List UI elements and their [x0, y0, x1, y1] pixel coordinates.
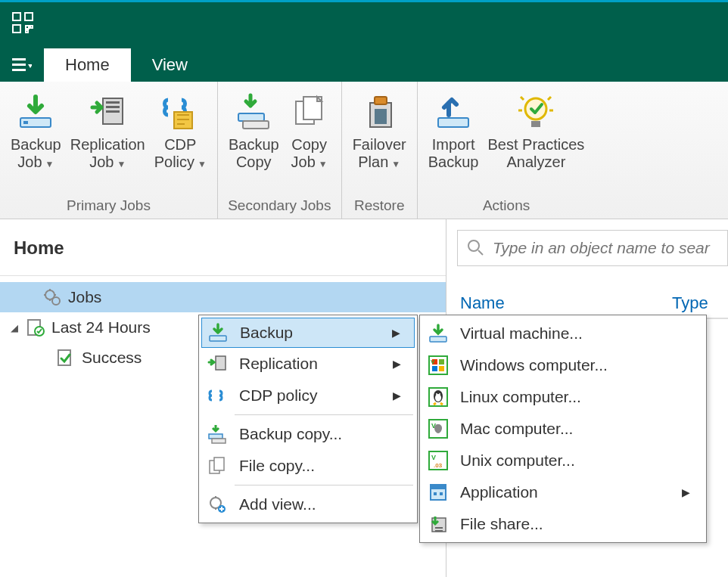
title-bar [0, 0, 728, 42]
menu-item-add-view[interactable]: Add view... [201, 489, 415, 520]
menu-item-cdp-policy[interactable]: CDP policy ▶ [201, 380, 415, 411]
main-menu-toggle[interactable] [8, 48, 36, 82]
tab-strip: Home View [0, 42, 728, 82]
svg-rect-68 [440, 492, 443, 495]
menu-item-virtual-machine[interactable]: Virtual machine... [422, 318, 704, 349]
tree-item-jobs-label: Jobs [68, 288, 101, 306]
menu-item-replication-label: Replication [239, 355, 318, 373]
svg-rect-41 [212, 439, 226, 443]
failover-plan-icon [358, 91, 400, 133]
svg-line-37 [478, 250, 483, 255]
best-practices-label-2: Analyzer [507, 154, 566, 170]
copy-job-icon [288, 91, 331, 133]
failover-plan-button[interactable]: FailoverPlan▼ [348, 88, 411, 196]
menu-item-file-copy-label: File copy... [239, 457, 315, 475]
menu-item-unix-computer[interactable]: V.03 Unix computer... [422, 445, 704, 476]
svg-rect-8 [12, 69, 26, 71]
cdp-policy-label-2: Policy [154, 154, 194, 170]
copy-job-button[interactable]: CopyJob▼ [284, 88, 335, 196]
backup-copy-icon [204, 421, 230, 447]
menu-item-file-share-label: File share... [460, 515, 543, 533]
backup-job-label-2: Job [17, 154, 42, 170]
context-submenu-backup: Virtual machine... V Windows computer...… [419, 315, 707, 543]
menu-item-mac-computer[interactable]: V Mac computer... [422, 413, 704, 445]
import-backup-button[interactable]: ImportBackup [424, 88, 484, 196]
cdp-policy-label-1: CDP [164, 136, 196, 153]
search-box[interactable] [457, 230, 728, 266]
ribbon-group-primary: BackupJob▼ ReplicationJob▼ CDPPolicy▼ Pr… [0, 82, 218, 219]
import-backup-label-1: Import [432, 136, 475, 153]
svg-point-25 [525, 98, 546, 119]
backup-copy-label-1: Backup [229, 136, 279, 153]
submenu-arrow-icon: ▶ [392, 327, 400, 339]
mac-icon: V [425, 416, 451, 442]
replication-job-label-2: Job [89, 154, 114, 170]
menu-item-virtual-machine-label: Virtual machine... [460, 324, 583, 343]
svg-rect-66 [431, 485, 446, 489]
cdp-policy-button[interactable]: CDPPolicy▼ [150, 88, 211, 196]
import-backup-icon [432, 91, 474, 133]
best-practices-icon [515, 91, 557, 133]
vm-icon [425, 321, 451, 346]
svg-rect-3 [26, 26, 29, 29]
svg-rect-14 [106, 106, 120, 108]
svg-rect-53 [439, 366, 444, 371]
best-practices-label-1: Best Practices [488, 136, 585, 153]
replication-job-button[interactable]: ReplicationJob▼ [66, 88, 150, 196]
backup-job-button[interactable]: BackupJob▼ [6, 88, 66, 196]
file-copy-icon [204, 453, 230, 479]
tab-home[interactable]: Home [44, 48, 131, 82]
search-icon [465, 237, 487, 259]
cdp-policy-icon [159, 91, 201, 133]
menu-item-backup-copy[interactable]: Backup copy... [201, 418, 415, 450]
backup-copy-button[interactable]: BackupCopy [224, 88, 284, 196]
menu-item-cdp-policy-label: CDP policy [239, 386, 317, 405]
tab-view[interactable]: View [131, 48, 209, 82]
windows-icon: V [425, 352, 451, 378]
menu-separator [235, 485, 413, 485]
svg-rect-24 [438, 118, 468, 127]
submenu-arrow-icon: ▶ [682, 486, 690, 498]
svg-rect-1 [25, 13, 33, 20]
svg-rect-52 [432, 366, 437, 371]
svg-text:V: V [431, 454, 436, 461]
expander-icon[interactable]: ◢ [11, 322, 24, 333]
context-menu-jobs: Backup ▶ Replication ▶ CDP policy ▶ Back… [198, 315, 418, 523]
menu-item-file-share[interactable]: File share... [422, 508, 704, 540]
menu-item-mac-computer-label: Mac computer... [460, 420, 573, 438]
sidebar-header: Home [0, 219, 446, 276]
menu-item-backup-copy-label: Backup copy... [239, 425, 342, 443]
svg-rect-17 [238, 113, 264, 121]
replication-job-label-1: Replication [70, 136, 145, 153]
menu-item-add-view-label: Add view... [239, 495, 316, 513]
app-logo-icon [11, 11, 35, 35]
menu-item-backup[interactable]: Backup ▶ [201, 318, 415, 348]
search-input[interactable] [493, 239, 720, 257]
menu-item-replication[interactable]: Replication ▶ [201, 348, 415, 380]
copy-job-label-1: Copy [291, 136, 327, 153]
backup-job-icon [14, 91, 57, 133]
ribbon-group-actions: ImportBackup Best PracticesAnalyzer Acti… [418, 82, 596, 219]
svg-rect-6 [12, 58, 26, 60]
add-view-icon [204, 492, 230, 517]
ribbon-group-primary-title: Primary Jobs [6, 196, 211, 217]
menu-item-windows-computer[interactable]: V Windows computer... [422, 349, 704, 381]
copy-job-label-2: Job [291, 154, 316, 170]
best-practices-button[interactable]: Best PracticesAnalyzer [484, 88, 590, 196]
menu-item-linux-computer-label: Linux computer... [460, 388, 581, 406]
menu-item-unix-computer-label: Unix computer... [460, 451, 575, 470]
ribbon-group-restore-title: Restore [348, 196, 411, 217]
menu-item-linux-computer[interactable]: Linux computer... [422, 381, 704, 413]
tree-item-jobs[interactable]: Jobs [0, 282, 446, 312]
tree-item-success-label: Success [82, 349, 142, 367]
application-icon [425, 479, 451, 505]
svg-rect-70 [435, 527, 443, 529]
svg-rect-71 [435, 530, 443, 532]
menu-item-file-copy[interactable]: File copy... [201, 450, 415, 482]
svg-marker-9 [28, 64, 32, 68]
menu-item-application[interactable]: Application ▶ [422, 476, 704, 508]
menu-separator [235, 414, 413, 415]
submenu-arrow-icon: ▶ [393, 389, 401, 402]
import-backup-label-2: Backup [428, 154, 479, 170]
svg-rect-4 [30, 26, 33, 28]
